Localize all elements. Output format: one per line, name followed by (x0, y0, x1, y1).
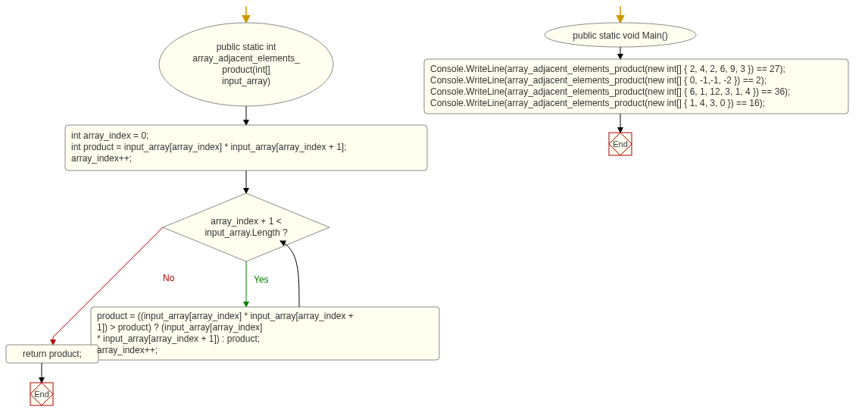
left-end-text: End (33, 390, 50, 400)
left-loopback (280, 241, 299, 307)
left-init-text: int array_index = 0; int product = input… (71, 130, 421, 164)
left-no-label: No (163, 273, 174, 283)
left-yes-label: Yes (254, 274, 269, 285)
left-start-text: public static int array_adjacent_element… (159, 42, 333, 87)
flowchart-canvas: public static int array_adjacent_element… (0, 0, 868, 413)
left-cond-text: array_index + 1 < input_array.Length ? (182, 216, 311, 239)
left-loopbody-text: product = ((input_array[array_index] * i… (97, 311, 433, 356)
right-start-text: public static void Main() (545, 30, 695, 42)
right-end-text: End (612, 139, 629, 150)
right-body-text: Console.WriteLine(array_adjacent_element… (430, 64, 842, 109)
left-return-text: return product; (9, 349, 95, 360)
